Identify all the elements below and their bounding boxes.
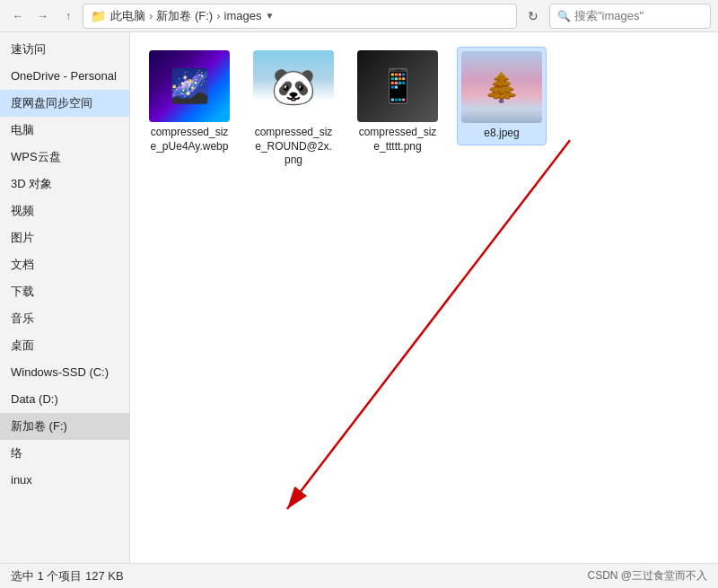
file-label-file3: compressed_size_ttttt.png	[356, 126, 439, 154]
file-label-file2: compressed_size_ROUND@2x.png	[252, 126, 335, 168]
sidebar-item-3d-objects[interactable]: 3D 对象	[0, 171, 129, 197]
file-item-file3[interactable]: compressed_size_ttttt.png	[353, 47, 442, 157]
file-thumbnail-file2	[253, 50, 334, 122]
sidebar-item-linux[interactable]: inux	[0, 467, 129, 494]
address-bar: ← → ↑ 📁 此电脑 › 新加卷 (F:) › images ▼ ↻ 🔍	[0, 0, 718, 32]
sidebar-item-drive-c[interactable]: Windows-SSD (C:)	[0, 359, 129, 386]
folder-icon: 📁	[91, 9, 106, 23]
search-icon: 🔍	[557, 10, 571, 22]
selection-info: 选中 1 个项目 127 KB	[11, 568, 124, 584]
sidebar-item-wps-cloud[interactable]: WPS云盘	[0, 144, 129, 171]
sidebar-item-network[interactable]: 络	[0, 440, 129, 467]
main-layout: 速访问OneDrive - Personal度网盘同步空间电脑WPS云盘3D 对…	[0, 32, 718, 563]
file-item-file4[interactable]: e8.jpeg	[457, 47, 547, 145]
files-grid: compressed_size_pUe4Ay.webpcompressed_si…	[144, 47, 704, 171]
status-bar: 选中 1 个项目 127 KB CSDN @三过食堂而不入	[0, 563, 718, 588]
sidebar-item-music[interactable]: 音乐	[0, 305, 129, 332]
sidebar-item-quick-access[interactable]: 速访问	[0, 36, 129, 63]
file-label-file4: e8.jpeg	[484, 127, 519, 141]
sidebar-item-drive-f[interactable]: 新加卷 (F:)	[0, 413, 129, 440]
file-label-file1: compressed_size_pUe4Ay.webp	[148, 126, 231, 154]
file-area[interactable]: compressed_size_pUe4Ay.webpcompressed_si…	[130, 32, 718, 563]
sidebar-item-computer[interactable]: 电脑	[0, 117, 129, 144]
path-dropdown-button[interactable]: ▼	[263, 11, 276, 21]
sidebar-item-downloads[interactable]: 下载	[0, 278, 129, 305]
sidebar-item-pictures[interactable]: 图片	[0, 224, 129, 251]
watermark: CSDN @三过食堂而不入	[587, 568, 707, 584]
search-input[interactable]	[574, 9, 703, 22]
breadcrumb-drive[interactable]: 新加卷 (F:)	[156, 8, 213, 24]
breadcrumb[interactable]: 📁 此电脑 › 新加卷 (F:) › images ▼	[83, 4, 517, 29]
forward-button[interactable]: →	[32, 5, 54, 27]
file-item-file2[interactable]: compressed_size_ROUND@2x.png	[249, 47, 338, 171]
breadcrumb-folder[interactable]: images	[224, 9, 262, 22]
svg-line-1	[287, 140, 570, 509]
refresh-button[interactable]: ↻	[521, 4, 546, 29]
back-button[interactable]: ←	[7, 5, 29, 27]
breadcrumb-computer[interactable]: 此电脑	[110, 8, 145, 24]
sidebar-item-onedrive[interactable]: OneDrive - Personal	[0, 63, 129, 90]
file-thumbnail-file4	[461, 51, 542, 123]
sidebar-item-baidu-cloud[interactable]: 度网盘同步空间	[0, 90, 129, 117]
sidebar-item-videos[interactable]: 视频	[0, 197, 129, 224]
sidebar-item-documents[interactable]: 文档	[0, 251, 129, 278]
sidebar-item-desktop[interactable]: 桌面	[0, 332, 129, 359]
search-bar[interactable]: 🔍	[549, 4, 711, 29]
sidebar-item-drive-d[interactable]: Data (D:)	[0, 386, 129, 413]
up-button[interactable]: ↑	[57, 5, 79, 27]
sidebar: 速访问OneDrive - Personal度网盘同步空间电脑WPS云盘3D 对…	[0, 32, 130, 563]
file-item-file1[interactable]: compressed_size_pUe4Ay.webp	[144, 47, 234, 157]
file-thumbnail-file3	[357, 50, 438, 122]
file-thumbnail-file1	[149, 50, 230, 122]
